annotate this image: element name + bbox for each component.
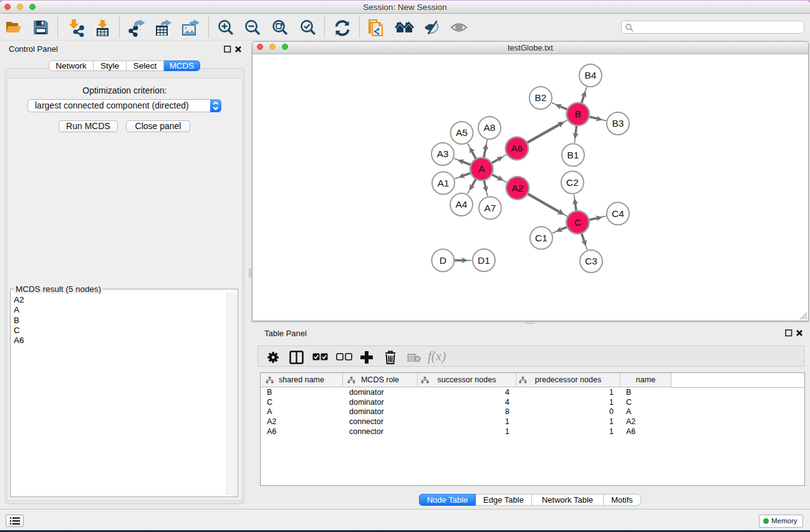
svg-text:A3: A3 [437, 148, 449, 159]
svg-text:D1: D1 [478, 255, 490, 266]
svg-text:B2: B2 [535, 92, 547, 103]
svg-text:A5: A5 [456, 127, 468, 138]
svg-text:C3: C3 [585, 256, 597, 266]
svg-text:B3: B3 [612, 118, 624, 128]
svg-text:C: C [574, 217, 581, 228]
svg-text:C2: C2 [566, 177, 579, 188]
svg-text:A6: A6 [511, 143, 523, 153]
svg-text:A8: A8 [484, 122, 496, 133]
svg-text:B: B [575, 109, 581, 119]
svg-text:A7: A7 [485, 203, 496, 213]
svg-text:B4: B4 [585, 70, 597, 80]
svg-text:B1: B1 [567, 150, 579, 160]
svg-text:D: D [440, 255, 446, 266]
svg-text:A: A [478, 163, 485, 174]
svg-text:C1: C1 [535, 233, 547, 243]
svg-text:A2: A2 [512, 183, 524, 193]
svg-text:A1: A1 [438, 178, 450, 188]
svg-text:A4: A4 [456, 199, 468, 210]
svg-text:C4: C4 [612, 208, 624, 219]
